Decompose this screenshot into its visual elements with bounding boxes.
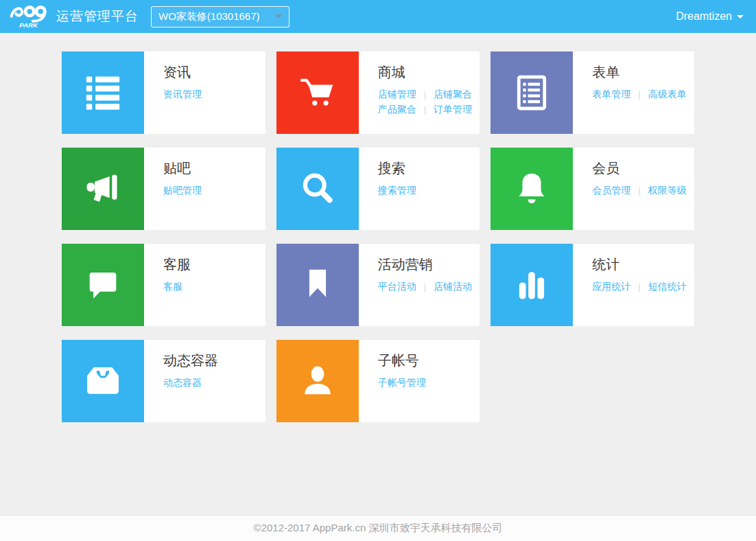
page-footer: ©2012-2017 AppPark.cn 深圳市致宇天承科技有限公司 [0, 515, 756, 541]
card-link-row: 店铺管理|店铺聚合 [378, 87, 472, 102]
link-separator: | [638, 89, 640, 100]
card-mall: 商城店铺管理|店铺聚合产品聚合|订单管理 [276, 51, 480, 134]
card-link[interactable]: 应用统计 [592, 281, 630, 292]
form-icon [512, 73, 552, 113]
card-dynamic-container-tile[interactable] [62, 340, 144, 422]
card-link-row: 动态容器 [163, 375, 218, 390]
card-link[interactable]: 平台活动 [378, 281, 416, 292]
card-link-row: 资讯管理 [163, 87, 202, 102]
card-title: 子帐号 [378, 350, 426, 371]
megaphone-icon [83, 169, 123, 209]
card-link[interactable]: 订单管理 [434, 104, 472, 115]
card-dynamic-container: 动态容器动态容器 [62, 340, 265, 422]
card-link[interactable]: 表单管理 [592, 89, 630, 100]
card-link[interactable]: 权限等级 [648, 185, 687, 196]
card-title: 活动营销 [378, 254, 472, 275]
card-link[interactable]: 资讯管理 [163, 89, 202, 100]
card-link[interactable]: 店铺聚合 [434, 89, 472, 100]
card-link-row: 贴吧管理 [163, 183, 202, 198]
card-link-row: 搜索管理 [378, 183, 416, 198]
app-selector-dropdown[interactable]: WO家装修(10301667) [151, 6, 290, 27]
list-icon [83, 73, 123, 113]
card-link[interactable]: 搜索管理 [378, 185, 416, 196]
card-title: 搜索 [378, 158, 416, 179]
apppark-logo: PARK [10, 1, 52, 32]
card-link[interactable]: 店铺活动 [434, 281, 472, 292]
card-link-row: 平台活动|店铺活动 [378, 279, 472, 294]
search-icon [298, 169, 338, 209]
chat-icon [83, 265, 123, 305]
card-members-tile[interactable] [491, 148, 573, 230]
card-link-row: 表单管理|高级表单 [592, 87, 686, 102]
card-link[interactable]: 高级表单 [648, 89, 687, 100]
card-link-row: 会员管理|权限等级 [592, 183, 686, 198]
svg-text:PARK: PARK [19, 21, 38, 29]
card-search: 搜索搜索管理 [276, 148, 480, 230]
bookmark-icon [298, 265, 338, 305]
bar-chart-icon [512, 265, 552, 305]
brand: PARK 运营管理平台 [10, 1, 139, 32]
chevron-down-icon [737, 15, 744, 19]
user-account-name: Dreamtizen [676, 10, 732, 23]
user-account-menu[interactable]: Dreamtizen [676, 10, 744, 23]
chevron-down-icon [275, 14, 282, 19]
card-title: 动态容器 [163, 350, 218, 371]
link-separator: | [424, 281, 426, 292]
card-link-row: 应用统计|短信统计 [592, 279, 686, 294]
card-marketing: 活动营销平台活动|店铺活动 [276, 244, 480, 326]
card-members: 会员会员管理|权限等级 [491, 148, 694, 230]
card-link[interactable]: 店铺管理 [378, 89, 416, 100]
card-forum: 贴吧贴吧管理 [62, 148, 265, 230]
card-title: 统计 [592, 254, 686, 275]
card-link-row: 产品聚合|订单管理 [378, 102, 472, 117]
platform-title: 运营管理平台 [56, 8, 139, 25]
card-forms: 表单表单管理|高级表单 [491, 51, 694, 134]
card-statistics: 统计应用统计|短信统计 [491, 244, 694, 326]
link-separator: | [638, 185, 640, 196]
card-link-row: 客服 [163, 279, 191, 294]
cart-icon [298, 73, 338, 113]
card-customer-service: 客服客服 [62, 244, 265, 326]
card-title: 资讯 [163, 62, 202, 82]
card-search-tile[interactable] [276, 148, 359, 230]
card-marketing-tile[interactable] [276, 244, 359, 326]
copyright-text: ©2012-2017 AppPark.cn 深圳市致宇天承科技有限公司 [254, 522, 503, 535]
card-mall-tile[interactable] [276, 51, 359, 134]
card-news-tile[interactable] [62, 51, 144, 134]
card-news: 资讯资讯管理 [62, 51, 265, 134]
card-link[interactable]: 客服 [163, 281, 182, 292]
card-title: 商城 [378, 62, 472, 82]
card-link[interactable]: 贴吧管理 [163, 185, 202, 196]
card-link[interactable]: 会员管理 [592, 185, 630, 196]
inbox-icon [83, 361, 123, 401]
card-link[interactable]: 产品聚合 [378, 104, 416, 115]
app-selector-value: WO家装修(10301667) [158, 10, 260, 23]
link-separator: | [424, 104, 426, 115]
card-sub-accounts: 子帐号子帐号管理 [276, 340, 480, 422]
main-content: 资讯资讯管理商城店铺管理|店铺聚合产品聚合|订单管理表单表单管理|高级表单贴吧贴… [0, 33, 756, 515]
user-icon [298, 361, 338, 401]
top-navbar: PARK 运营管理平台 WO家装修(10301667) Dreamtizen [0, 0, 756, 33]
link-separator: | [424, 89, 426, 100]
card-link[interactable]: 动态容器 [163, 377, 202, 388]
card-forms-tile[interactable] [491, 51, 573, 134]
card-title: 表单 [592, 62, 686, 82]
link-separator: | [638, 281, 640, 292]
card-link[interactable]: 短信统计 [648, 281, 687, 292]
bell-icon [512, 169, 552, 209]
card-title: 客服 [163, 254, 191, 275]
card-customer-service-tile[interactable] [62, 244, 144, 326]
card-title: 会员 [592, 158, 686, 179]
card-sub-accounts-tile[interactable] [276, 340, 359, 422]
card-link-row: 子帐号管理 [378, 375, 426, 390]
card-forum-tile[interactable] [62, 148, 144, 230]
module-grid: 资讯资讯管理商城店铺管理|店铺聚合产品聚合|订单管理表单表单管理|高级表单贴吧贴… [62, 51, 694, 422]
card-link[interactable]: 子帐号管理 [378, 377, 426, 388]
card-title: 贴吧 [163, 158, 202, 179]
card-statistics-tile[interactable] [491, 244, 573, 326]
